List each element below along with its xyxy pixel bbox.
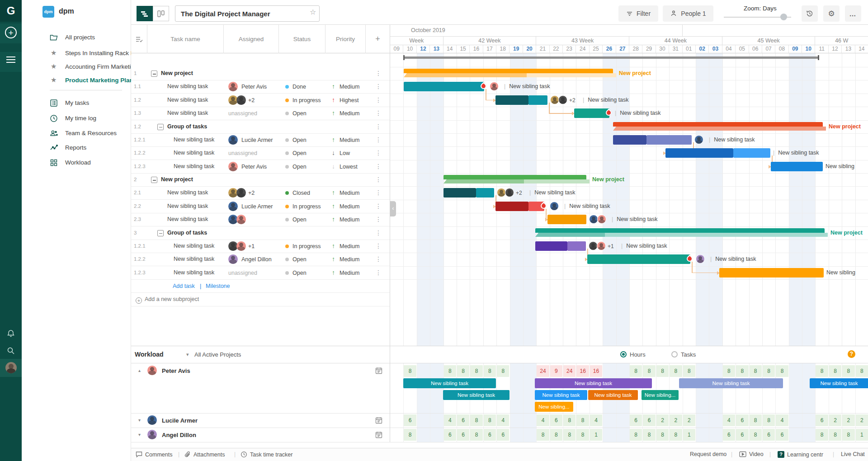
row-menu-kebab-icon[interactable]: ⋮: [375, 163, 382, 170]
gantt-task-bar[interactable]: [665, 148, 733, 158]
hours-cell[interactable]: 1: [683, 429, 695, 441]
hours-cell[interactable]: 6: [484, 429, 496, 441]
hours-cell[interactable]: 8: [829, 365, 841, 377]
milestone-link[interactable]: Milestone: [206, 283, 230, 289]
gantt-view-toggle[interactable]: [137, 6, 153, 21]
hours-cell[interactable]: 1: [590, 429, 602, 441]
hours-cell[interactable]: 4: [537, 414, 549, 426]
column-header-status[interactable]: Status: [279, 25, 326, 53]
row-menu-kebab-icon[interactable]: ⋮: [375, 149, 382, 156]
hours-cell[interactable]: 4: [444, 414, 456, 426]
board-view-toggle[interactable]: [153, 6, 169, 21]
row-menu-kebab-icon[interactable]: ⋮: [375, 229, 382, 236]
table-row[interactable]: 1.2.2New sibling taskAngel DillonOpen↑Me…: [131, 253, 390, 266]
hours-cell[interactable]: 8: [656, 365, 669, 377]
hours-cell[interactable]: 8: [576, 429, 589, 441]
row-menu-kebab-icon[interactable]: ⋮: [375, 216, 382, 223]
column-header-priority[interactable]: Priority: [326, 25, 366, 53]
workload-task-bar[interactable]: New sibling task: [535, 390, 587, 400]
footer-live-chat[interactable]: Live Chat: [841, 451, 865, 457]
app-logo[interactable]: G: [0, 0, 22, 22]
hours-cell[interactable]: 6: [457, 429, 469, 441]
hours-cell[interactable]: 8: [470, 429, 482, 441]
workload-task-bar[interactable]: New sibling task: [810, 378, 868, 388]
hours-cell[interactable]: 8: [563, 414, 576, 426]
hours-cell[interactable]: 8: [643, 365, 655, 377]
row-menu-kebab-icon[interactable]: ⋮: [375, 176, 382, 183]
hours-cell[interactable]: 8: [457, 365, 469, 377]
row-menu-kebab-icon[interactable]: ⋮: [375, 202, 382, 210]
hours-cell[interactable]: 6: [763, 429, 775, 441]
gantt-task-bar[interactable]: [587, 254, 690, 264]
hours-cell[interactable]: 4: [776, 414, 788, 426]
hours-cell[interactable]: 8: [563, 429, 576, 441]
hours-cell[interactable]: 8: [816, 365, 828, 377]
filter-button[interactable]: Filter: [618, 5, 658, 22]
hours-cell[interactable]: 8: [576, 414, 589, 426]
hours-cell[interactable]: 8: [670, 365, 682, 377]
gantt-task-bar[interactable]: [613, 135, 646, 145]
hours-cell[interactable]: 2: [683, 414, 695, 426]
gantt-project-bar[interactable]: [443, 175, 586, 179]
table-row[interactable]: 1New project⋮: [131, 67, 390, 80]
workload-task-bar[interactable]: New sibling...: [535, 402, 573, 412]
table-row[interactable]: 1.2Group of tasks⋮: [131, 120, 390, 134]
sidebar-item-reports[interactable]: Reports: [22, 141, 131, 155]
gantt-project-bar[interactable]: [404, 69, 613, 73]
hours-cell[interactable]: 4: [590, 414, 602, 426]
sidebar-item-my-time-log[interactable]: My time log: [22, 112, 131, 125]
add-subproject-link[interactable]: +Add a new subproject: [136, 296, 199, 304]
workload-task-bar[interactable]: New sibling task: [535, 378, 652, 388]
table-row[interactable]: 1.2.3New sibling taskPeter AvisOpen↓Lowe…: [131, 160, 390, 174]
footer-video[interactable]: Video: [739, 451, 764, 457]
hours-cell[interactable]: 4: [497, 414, 509, 426]
gantt-project-bar[interactable]: [613, 122, 823, 127]
calendar-icon[interactable]: [375, 417, 382, 426]
hours-cell[interactable]: 8: [404, 429, 416, 441]
collapse-person-icon[interactable]: ▴: [138, 368, 141, 373]
table-row[interactable]: 1.2.3New sibling taskunassignedOpen↑Medi…: [131, 266, 390, 280]
hours-cell[interactable]: 16: [590, 365, 602, 377]
add-task-link[interactable]: Add task: [173, 283, 195, 289]
hours-cell[interactable]: 8: [444, 365, 456, 377]
gantt-task-bar[interactable]: [771, 162, 823, 171]
collapse-person-icon[interactable]: ▾: [138, 432, 141, 437]
hours-cell[interactable]: 8: [484, 414, 496, 426]
hamburger-menu-icon[interactable]: [6, 56, 15, 63]
hours-cell[interactable]: 8: [736, 365, 748, 377]
gantt-task-bar[interactable]: [528, 95, 547, 105]
calendar-icon[interactable]: [375, 367, 382, 376]
gantt-task-bar[interactable]: [443, 188, 476, 198]
hours-cell[interactable]: 8: [470, 365, 482, 377]
gantt-task-bar[interactable]: [646, 135, 692, 145]
hours-cell[interactable]: 8: [497, 365, 509, 377]
row-menu-kebab-icon[interactable]: ⋮: [375, 242, 382, 249]
hours-cell[interactable]: 24: [563, 365, 576, 377]
sidebar-item-all-projects[interactable]: All projects: [22, 31, 131, 44]
table-row[interactable]: 1.2.1New sibling taskLucile ArmerOpen↑Me…: [131, 133, 390, 147]
hours-cell[interactable]: 8: [750, 365, 762, 377]
gantt-task-bar[interactable]: [495, 202, 528, 211]
sidebar-item-accounting-firm-marketing[interactable]: ★Accounting Firm Marketing...: [22, 60, 131, 74]
add-new-button[interactable]: +: [5, 27, 17, 38]
collapse-toggle[interactable]: [151, 71, 157, 77]
row-menu-kebab-icon[interactable]: ⋮: [375, 189, 382, 196]
workload-task-bar[interactable]: New sibling task: [679, 378, 783, 388]
search-icon[interactable]: [0, 343, 22, 359]
panel-splitter-handle[interactable]: ‹: [390, 201, 396, 216]
row-menu-kebab-icon[interactable]: ⋮: [375, 269, 382, 276]
gantt-task-bar[interactable]: [733, 148, 770, 158]
workload-task-bar[interactable]: New sibling...: [642, 390, 679, 400]
hours-cell[interactable]: 6: [736, 414, 748, 426]
hours-cell[interactable]: 8: [829, 429, 841, 441]
user-avatar[interactable]: [5, 362, 17, 373]
footer-task-time-tracker[interactable]: Task time tracker: [241, 451, 292, 458]
hours-cell[interactable]: 8: [630, 365, 642, 377]
hours-cell[interactable]: 2: [856, 414, 868, 426]
row-menu-kebab-icon[interactable]: ⋮: [375, 70, 382, 77]
footer-request-demo[interactable]: Request demo: [690, 451, 726, 457]
hours-cell[interactable]: 6: [444, 429, 456, 441]
gantt-task-bar[interactable]: [404, 82, 484, 91]
calendar-icon[interactable]: [375, 431, 382, 440]
hours-cell[interactable]: 8: [484, 365, 496, 377]
